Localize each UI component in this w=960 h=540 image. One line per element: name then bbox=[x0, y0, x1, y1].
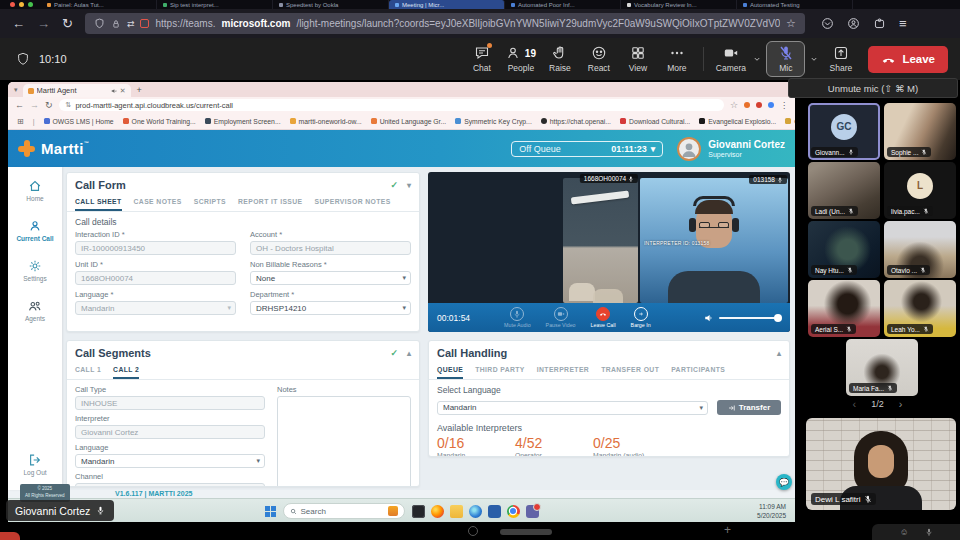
participant-tile[interactable]: Maria Fa... bbox=[846, 339, 918, 396]
new-tab-icon[interactable]: + bbox=[137, 85, 142, 95]
participant-tile[interactable]: Nay Htu... bbox=[808, 221, 880, 278]
firefox-icon[interactable] bbox=[431, 505, 444, 518]
bookmark-item[interactable]: https://chat.openai... bbox=[541, 118, 611, 125]
camera-options-chevron-icon[interactable] bbox=[752, 54, 762, 64]
tab-report-it-issue[interactable]: REPORT IT ISSUE bbox=[238, 195, 303, 211]
segment-language-select[interactable]: Mandarin bbox=[75, 454, 265, 468]
mic-options-chevron-icon[interactable] bbox=[809, 54, 819, 64]
collapse-chevron-icon[interactable]: ▾ bbox=[407, 181, 411, 190]
bookmark-item[interactable]: Curso de Italiano A1 bbox=[785, 118, 795, 125]
leave-call-button[interactable]: Leave Call bbox=[591, 307, 616, 328]
tab-search-chevron-icon[interactable]: ▾ bbox=[14, 86, 18, 94]
non-billable-reasons-select[interactable]: None bbox=[250, 271, 411, 285]
interpreter-video-feed[interactable]: INTERPRETER ID: 013158 bbox=[640, 178, 788, 303]
tab-interpreter[interactable]: INTERPRETER bbox=[537, 363, 589, 379]
taskbar-app-icon[interactable] bbox=[488, 505, 501, 518]
tab-close-icon[interactable]: ✕ bbox=[120, 87, 126, 95]
bookmark-item[interactable]: martti-oneworld-ow... bbox=[290, 118, 362, 125]
bookmark-item[interactable]: OWGS LMS | Home bbox=[44, 118, 114, 125]
edge-icon[interactable] bbox=[469, 505, 482, 518]
barge-in-button[interactable]: Barge In bbox=[631, 307, 651, 328]
tab-supervisor-notes[interactable]: SUPERVISOR NOTES bbox=[315, 195, 391, 211]
chrome-menu-icon[interactable]: ⋮ bbox=[780, 101, 788, 110]
bookmark-item[interactable]: Symmetric Key Cryp... bbox=[455, 118, 532, 125]
reload-icon[interactable]: ↻ bbox=[62, 16, 73, 31]
account-icon[interactable] bbox=[847, 17, 860, 30]
extension-icon[interactable] bbox=[756, 102, 762, 108]
tab-scripts[interactable]: SCRIPTS bbox=[194, 195, 226, 211]
raise-hand-button[interactable]: Raise bbox=[540, 42, 579, 76]
participant-tile[interactable]: L livia.pac... bbox=[884, 162, 956, 219]
chrome-back-icon[interactable]: ← bbox=[15, 100, 24, 110]
queue-language-select[interactable]: Mandarin bbox=[437, 401, 708, 415]
chrome-icon[interactable] bbox=[507, 505, 520, 518]
start-button[interactable] bbox=[265, 506, 276, 517]
sidebar-item-current-call[interactable]: Current Call bbox=[16, 219, 53, 242]
spotlight-tile-dewi[interactable]: Dewi L safitri bbox=[806, 418, 956, 510]
menu-icon[interactable]: ≡ bbox=[899, 16, 907, 31]
pause-video-button[interactable]: Pause Video bbox=[546, 307, 576, 328]
queue-dropdown-chevron-icon[interactable]: ▾ bbox=[651, 144, 656, 154]
volume-knob[interactable] bbox=[774, 314, 782, 322]
url-bar[interactable]: ⇄ https://teams.microsoft.com/light-meet… bbox=[85, 13, 805, 34]
lock-icon[interactable] bbox=[111, 19, 121, 29]
zoom-window-icon[interactable] bbox=[28, 2, 33, 7]
site-settings-icon[interactable]: ⇅ bbox=[66, 101, 72, 109]
taskbar-clock[interactable]: 11:09 AM 5/20/2025 bbox=[757, 503, 786, 521]
browser-tab[interactable]: Automated Poor Inf... bbox=[505, 0, 621, 9]
tab-participants[interactable]: PARTICIPANTS bbox=[671, 363, 725, 379]
reactions-smiley-icon[interactable]: ☺ bbox=[899, 527, 908, 537]
notes-textarea[interactable] bbox=[277, 396, 411, 487]
close-window-icon[interactable] bbox=[10, 2, 15, 7]
window-traffic-lights[interactable] bbox=[10, 2, 33, 7]
chrome-tab-martti-agent[interactable]: Martti Agent ✕ bbox=[23, 84, 131, 97]
bookmark-item[interactable]: One World Training... bbox=[123, 118, 196, 125]
profile-avatar[interactable] bbox=[768, 102, 774, 108]
browser-tab[interactable]: Automated Testing bbox=[737, 0, 853, 9]
shield-icon[interactable] bbox=[94, 18, 105, 29]
minimize-window-icon[interactable] bbox=[19, 2, 24, 7]
participant-tile[interactable]: Ladi (Un... bbox=[808, 162, 880, 219]
taskbar-app-icon[interactable] bbox=[412, 505, 425, 518]
react-button[interactable]: React bbox=[579, 42, 618, 76]
tab-call-1[interactable]: CALL 1 bbox=[75, 363, 101, 379]
collapse-chevron-icon[interactable]: ▴ bbox=[407, 349, 411, 358]
queue-status-control[interactable]: Off Queue 01:11:23▾ bbox=[511, 141, 663, 157]
forward-icon[interactable]: → bbox=[37, 16, 50, 31]
presenter-overlay[interactable]: Giovanni Cortez bbox=[6, 500, 114, 521]
camera-button[interactable]: Camera bbox=[711, 42, 750, 76]
pocket-icon[interactable] bbox=[821, 17, 834, 30]
volume-slider[interactable] bbox=[704, 313, 781, 323]
container-switch-icon[interactable]: ⇄ bbox=[127, 19, 135, 29]
back-icon[interactable]: ← bbox=[12, 16, 25, 31]
teams-icon[interactable] bbox=[526, 505, 539, 518]
bookmark-item[interactable]: Employment Screen... bbox=[205, 118, 281, 125]
participant-tile[interactable]: Sophie ... bbox=[884, 103, 956, 160]
people-button[interactable]: 19 People bbox=[501, 42, 540, 76]
help-chat-bubble[interactable]: 💬 bbox=[776, 474, 792, 490]
extensions-icon[interactable] bbox=[873, 17, 886, 30]
tab-call-2[interactable]: CALL 2 bbox=[113, 363, 139, 379]
transfer-button[interactable]: Transfer bbox=[717, 400, 781, 415]
tab-audio-muted-icon[interactable] bbox=[111, 88, 117, 94]
department-select[interactable]: DRHSP14210 bbox=[250, 301, 411, 315]
share-button[interactable]: Share bbox=[821, 42, 860, 76]
file-explorer-icon[interactable] bbox=[450, 505, 463, 518]
prev-page-icon[interactable]: ‹ bbox=[853, 398, 857, 410]
bookmark-item[interactable]: Evangelical Explosio... bbox=[699, 118, 776, 125]
volume-track[interactable] bbox=[719, 317, 781, 319]
participant-tile[interactable]: Otavio ... bbox=[884, 221, 956, 278]
header-user[interactable]: Giovanni Cortez Supervisor bbox=[677, 137, 785, 161]
chrome-reload-icon[interactable]: ↻ bbox=[45, 100, 53, 110]
browser-tab[interactable]: Vocabulary Review In... bbox=[621, 0, 737, 9]
browser-tab[interactable]: Painel: Aulas Tut... bbox=[41, 0, 157, 9]
collapse-chevron-icon[interactable]: ▴ bbox=[777, 349, 781, 358]
participant-tile-giovanni[interactable]: GC Giovann... bbox=[808, 103, 880, 160]
browser-tab[interactable]: Speedtest by Ookla bbox=[273, 0, 389, 9]
tab-case-notes[interactable]: CASE NOTES bbox=[134, 195, 182, 211]
chrome-forward-icon[interactable]: → bbox=[30, 100, 39, 110]
participant-tile[interactable]: Aerial S... bbox=[808, 280, 880, 337]
chrome-star-icon[interactable]: ☆ bbox=[730, 100, 738, 110]
taskbar-search[interactable]: Search bbox=[283, 503, 405, 519]
leave-button[interactable]: Leave bbox=[868, 46, 948, 73]
